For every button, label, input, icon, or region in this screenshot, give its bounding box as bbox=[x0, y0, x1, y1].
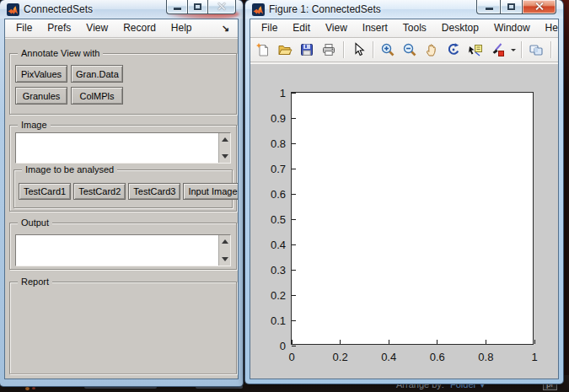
report-group: Report bbox=[9, 282, 237, 374]
menu-item-edit[interactable]: Edit bbox=[285, 19, 318, 37]
scroll-up-icon[interactable] bbox=[222, 137, 228, 142]
y-tick-label: 0.5 bbox=[254, 214, 286, 225]
input-image-button[interactable]: Input Image bbox=[183, 183, 239, 200]
testcard3-button[interactable]: TestCard3 bbox=[128, 183, 180, 200]
menu-item-file[interactable]: File bbox=[8, 19, 40, 37]
toolbar-separator bbox=[550, 41, 551, 58]
scroll-up-icon[interactable] bbox=[222, 239, 228, 244]
granules-button[interactable]: Granules bbox=[15, 87, 67, 105]
minimize-button[interactable] bbox=[476, 0, 500, 14]
y-tick bbox=[292, 320, 296, 321]
image-listbox[interactable] bbox=[15, 132, 231, 164]
link-plot-icon[interactable] bbox=[526, 40, 546, 60]
menu-item-window[interactable]: Window bbox=[486, 19, 538, 37]
colmpls-button[interactable]: ColMPls bbox=[71, 87, 123, 105]
print-figure-icon[interactable] bbox=[319, 40, 339, 60]
menu-overflow-icon[interactable]: ↘ bbox=[217, 23, 234, 34]
y-tick bbox=[292, 270, 296, 271]
image-to-be-analysed-group: Image to be analysed TestCard1TestCard2T… bbox=[13, 169, 233, 208]
x-tick-label: 0 bbox=[275, 352, 309, 362]
y-tick bbox=[292, 169, 296, 169]
maximize-icon bbox=[194, 3, 201, 10]
y-tick-label: 0.1 bbox=[254, 315, 286, 326]
y-tick bbox=[292, 295, 296, 296]
testcard1-button[interactable]: TestCard1 bbox=[19, 183, 71, 200]
matlab-icon bbox=[252, 3, 265, 16]
y-tick-label: 1 bbox=[254, 88, 286, 99]
edit-plot-icon[interactable] bbox=[348, 40, 368, 60]
scroll-down-icon[interactable] bbox=[222, 257, 228, 261]
save-figure-icon[interactable] bbox=[297, 40, 317, 60]
y-tick-label: 0.2 bbox=[254, 290, 286, 301]
figure-toolbar: » bbox=[250, 38, 558, 62]
x-tick-label: 0.8 bbox=[469, 352, 502, 362]
y-tick bbox=[292, 219, 296, 220]
y-tick bbox=[292, 143, 296, 144]
output-group: Output bbox=[9, 223, 237, 270]
matlab-icon bbox=[7, 3, 19, 16]
menu-item-record[interactable]: Record bbox=[115, 19, 164, 37]
minimize-button[interactable] bbox=[166, 0, 187, 14]
window-title: Figure 1: ConnectedSets bbox=[269, 3, 381, 15]
scrollbar[interactable] bbox=[218, 235, 230, 266]
close-icon bbox=[534, 2, 544, 11]
figure-titlebar[interactable]: Figure 1: ConnectedSets bbox=[245, 0, 563, 19]
menu-item-view[interactable]: View bbox=[318, 19, 355, 37]
menu-item-desktop[interactable]: Desktop bbox=[434, 19, 486, 37]
desktop-icon-fragment bbox=[25, 387, 30, 390]
brush-dropdown-icon[interactable] bbox=[509, 40, 517, 60]
window-client-area: FileEditViewInsertToolsDesktopWindowHelp… bbox=[250, 19, 559, 379]
close-button[interactable] bbox=[523, 0, 556, 14]
y-tick-label: 0.6 bbox=[254, 189, 286, 200]
menu-item-file[interactable]: File bbox=[254, 19, 285, 37]
menu-item-insert[interactable]: Insert bbox=[355, 19, 395, 37]
y-tick bbox=[292, 194, 296, 195]
zoom-in-icon[interactable] bbox=[378, 40, 398, 60]
x-tick bbox=[340, 340, 341, 344]
window-controls bbox=[476, 0, 556, 15]
y-tick bbox=[292, 118, 296, 119]
x-tick-label: 1 bbox=[518, 352, 551, 362]
maximize-button[interactable] bbox=[500, 0, 523, 14]
y-tick bbox=[292, 93, 296, 94]
menubar: FilePrefsViewRecordHelp↘ bbox=[5, 19, 238, 38]
pan-icon[interactable] bbox=[421, 40, 442, 60]
scrollbar[interactable] bbox=[218, 133, 230, 163]
y-tick-label: 0.4 bbox=[254, 239, 286, 250]
open-file-icon[interactable] bbox=[275, 40, 295, 60]
desktop: Arrange by: Folder ▼ pr ConnectedSets Fi… bbox=[0, 0, 569, 392]
scroll-down-icon[interactable] bbox=[222, 154, 228, 158]
testcard2-button[interactable]: TestCard2 bbox=[73, 183, 126, 200]
connectedsets-window: ConnectedSets FilePrefsViewRecordHelp↘ A… bbox=[0, 0, 243, 386]
figure-canvas: 00.10.20.30.40.50.60.70.80.9100.20.40.60… bbox=[250, 64, 558, 379]
colorbar-icon[interactable] bbox=[556, 40, 559, 60]
new-figure-icon[interactable] bbox=[253, 40, 273, 60]
menu-item-prefs[interactable]: Prefs bbox=[40, 19, 78, 37]
figure-window: Figure 1: ConnectedSets FileEditViewInse… bbox=[245, 0, 563, 384]
x-tick bbox=[292, 340, 293, 344]
rotate-3d-icon[interactable] bbox=[443, 40, 464, 60]
testcard-buttons: TestCard1TestCard2TestCard3Input Image bbox=[19, 183, 239, 200]
connectedsets-titlebar[interactable]: ConnectedSets bbox=[0, 0, 243, 19]
menu-item-help[interactable]: Help bbox=[164, 19, 200, 37]
data-cursor-icon[interactable] bbox=[465, 40, 486, 60]
zoom-out-icon[interactable] bbox=[400, 40, 420, 60]
menu-item-view[interactable]: View bbox=[78, 19, 115, 37]
pixvalues-button[interactable]: PixValues bbox=[15, 65, 67, 83]
group-label: Report bbox=[18, 276, 52, 287]
y-tick-label: 0.3 bbox=[254, 265, 286, 276]
brush-icon[interactable] bbox=[487, 40, 507, 60]
output-listbox[interactable] bbox=[15, 234, 231, 266]
y-tick bbox=[292, 244, 296, 245]
gran-data-button[interactable]: Gran.Data bbox=[71, 65, 123, 83]
x-tick bbox=[534, 340, 535, 344]
toolbar-separator bbox=[521, 41, 522, 58]
gui-panel: Annotate View with PixValuesGran.DataGra… bbox=[5, 39, 238, 379]
toolbar-separator bbox=[373, 41, 373, 58]
menu-item-help[interactable]: Help bbox=[538, 19, 559, 37]
x-tick-label: 0.4 bbox=[372, 352, 405, 362]
close-button[interactable] bbox=[208, 0, 236, 14]
annotate-buttons: PixValuesGran.DataGranulesColMPls bbox=[15, 65, 123, 105]
maximize-button[interactable] bbox=[187, 0, 208, 14]
menu-item-tools[interactable]: Tools bbox=[395, 19, 434, 37]
